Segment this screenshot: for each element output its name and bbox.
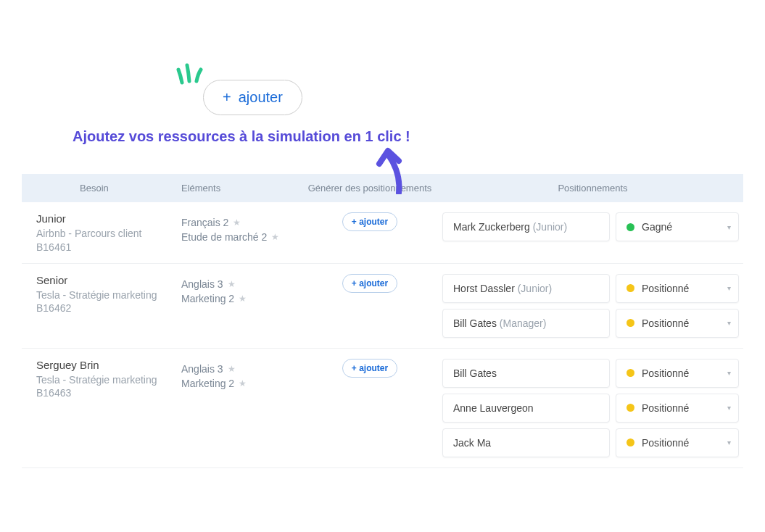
header-besoin: Besoin: [22, 183, 181, 194]
cell-positionnements: Horst Dassler (Junior)Positionné▾Bill Ga…: [442, 274, 743, 338]
hero-tagline: Ajoutez vos ressources à la simulation e…: [73, 128, 736, 145]
position-status-dropdown[interactable]: Positionné▾: [616, 309, 739, 338]
status-dot-icon: [627, 223, 634, 231]
element-name: Anglais 3: [181, 363, 223, 375]
besoin-subtitle: Tesla - Stratégie marketing: [36, 288, 174, 303]
position-role: (Manager): [500, 317, 547, 329]
plus-icon: +: [223, 89, 231, 106]
position-status-dropdown[interactable]: Positionné▾: [616, 394, 739, 423]
cell-besoin: JuniorAirbnb - Parcours clientB16461: [22, 212, 181, 253]
position-role: (Junior): [533, 221, 567, 233]
besoin-code: B16461: [36, 241, 174, 253]
cell-elements: Anglais 3 ★Marketing 2 ★: [181, 359, 297, 392]
status-label: Positionné: [642, 402, 689, 414]
cell-elements: Français 2 ★Etude de marché 2 ★: [181, 212, 297, 246]
star-icon: ★: [239, 378, 247, 388]
status-dot-icon: [627, 284, 634, 292]
position-status-dropdown[interactable]: Positionné▾: [616, 428, 739, 457]
besoin-subtitle: Airbnb - Parcours client: [36, 227, 174, 241]
position-status-dropdown[interactable]: Gagné▾: [616, 212, 739, 241]
position-person-name: Mark Zuckerberg: [453, 221, 530, 233]
position-row: Bill Gates (Manager)Positionné▾: [442, 309, 739, 338]
cell-besoin: SeniorTesla - Stratégie marketingB16462: [22, 274, 181, 315]
star-icon: ★: [228, 364, 236, 374]
chevron-down-icon: ▾: [727, 223, 731, 231]
position-person-name: Anne Lauvergeon: [453, 402, 534, 414]
header-elements: Eléments: [181, 183, 297, 194]
star-icon: ★: [233, 217, 241, 228]
position-name-card[interactable]: Horst Dassler (Junior): [442, 274, 610, 303]
position-name-card[interactable]: Jack Ma: [442, 428, 610, 457]
besoin-title: Serguey Brin: [36, 359, 174, 371]
cell-besoin: Serguey BrinTesla - Stratégie marketingB…: [22, 359, 181, 399]
cell-generer: + ajouter: [297, 212, 442, 231]
cell-positionnements: Bill GatesPositionné▾Anne LauvergeonPosi…: [442, 359, 743, 457]
besoin-table: Besoin Eléments Générer des positionneme…: [22, 174, 743, 468]
position-row: Anne LauvergeonPositionné▾: [442, 394, 739, 423]
element-name: Marketing 2: [181, 293, 234, 304]
position-name-card[interactable]: Anne Lauvergeon: [442, 394, 610, 423]
table-body: JuniorAirbnb - Parcours clientB16461Fran…: [22, 202, 743, 468]
position-status-dropdown[interactable]: Positionné▾: [616, 274, 739, 303]
status-dot-icon: [627, 439, 634, 446]
position-row: Mark Zuckerberg (Junior)Gagné▾: [442, 212, 739, 241]
status-label: Positionné: [642, 437, 689, 449]
table-row: SeniorTesla - Stratégie marketingB16462A…: [22, 264, 743, 349]
cell-generer: + ajouter: [297, 359, 442, 378]
element-item: Anglais 3 ★: [181, 363, 297, 375]
table-row: Serguey BrinTesla - Stratégie marketingB…: [22, 349, 743, 468]
status-label: Gagné: [642, 221, 672, 233]
element-name: Anglais 3: [181, 278, 223, 290]
position-person-name: Horst Dassler: [453, 283, 515, 294]
chevron-down-icon: ▾: [727, 284, 731, 292]
chevron-down-icon: ▾: [727, 369, 731, 377]
position-name-card[interactable]: Mark Zuckerberg (Junior): [442, 212, 610, 241]
element-name: Marketing 2: [181, 378, 234, 389]
element-item: Français 2 ★: [181, 217, 297, 228]
hero-section: + ajouter Ajoutez vos ressources à la si…: [0, 0, 765, 167]
chevron-down-icon: ▾: [727, 404, 731, 412]
status-label: Positionné: [642, 317, 689, 329]
add-button-row[interactable]: + ajouter: [342, 359, 397, 378]
add-button-row[interactable]: + ajouter: [342, 274, 397, 293]
position-row: Jack MaPositionné▾: [442, 428, 739, 457]
position-status-dropdown[interactable]: Positionné▾: [616, 359, 739, 388]
chevron-down-icon: ▾: [727, 319, 731, 327]
cell-positionnements: Mark Zuckerberg (Junior)Gagné▾: [442, 212, 743, 241]
arrow-icon: [373, 144, 410, 194]
add-button-main-label: ajouter: [239, 89, 283, 106]
position-role: (Junior): [518, 283, 552, 294]
position-name-card[interactable]: Bill Gates (Manager): [442, 309, 610, 338]
status-label: Positionné: [642, 283, 689, 294]
element-item: Etude de marché 2 ★: [181, 231, 297, 243]
element-item: Marketing 2 ★: [181, 378, 297, 389]
status-dot-icon: [627, 404, 634, 412]
add-button-row[interactable]: + ajouter: [342, 212, 397, 231]
status-dot-icon: [627, 319, 634, 327]
position-row: Bill GatesPositionné▾: [442, 359, 739, 388]
status-dot-icon: [627, 369, 634, 377]
table-row: JuniorAirbnb - Parcours clientB16461Fran…: [22, 202, 743, 264]
add-button-main[interactable]: + ajouter: [203, 80, 302, 115]
cell-generer: + ajouter: [297, 274, 442, 293]
position-person-name: Bill Gates: [453, 367, 497, 379]
header-generer: Générer des positionnements: [297, 183, 442, 194]
besoin-code: B16462: [36, 302, 174, 314]
besoin-title: Senior: [36, 274, 174, 286]
star-icon: ★: [239, 294, 247, 304]
star-icon: ★: [271, 232, 279, 242]
star-icon: ★: [228, 279, 236, 289]
header-positionnements: Positionnements: [442, 183, 743, 194]
chevron-down-icon: ▾: [727, 439, 731, 446]
cell-elements: Anglais 3 ★Marketing 2 ★: [181, 274, 297, 307]
besoin-code: B16463: [36, 387, 174, 399]
position-name-card[interactable]: Bill Gates: [442, 359, 610, 388]
besoin-subtitle: Tesla - Stratégie marketing: [36, 373, 174, 388]
element-item: Marketing 2 ★: [181, 293, 297, 304]
besoin-title: Junior: [36, 212, 174, 225]
position-row: Horst Dassler (Junior)Positionné▾: [442, 274, 739, 303]
position-person-name: Bill Gates: [453, 317, 497, 329]
element-name: Français 2: [181, 217, 228, 228]
sparkle-icon: [176, 59, 205, 88]
status-label: Positionné: [642, 367, 689, 379]
